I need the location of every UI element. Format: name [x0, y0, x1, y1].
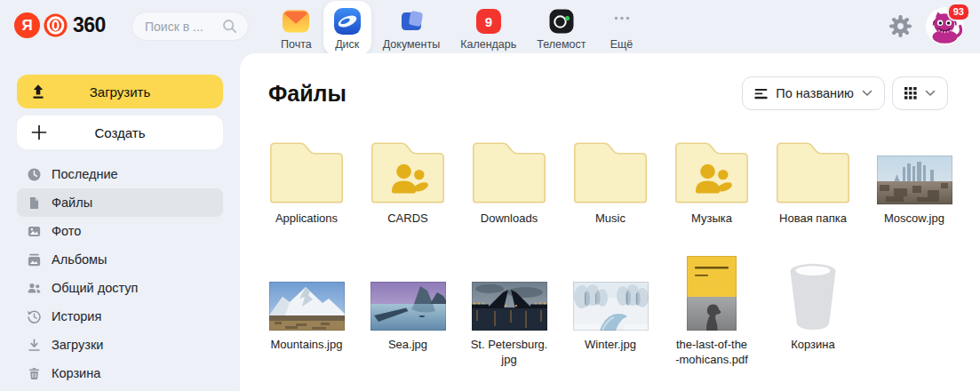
upload-icon — [30, 84, 46, 100]
nav-item-mail[interactable]: Почта — [272, 1, 321, 55]
upload-button-label: Загрузить — [90, 84, 151, 100]
history-icon — [27, 309, 42, 324]
nav-item-label: Ещё — [610, 38, 633, 51]
file-name: the-last-of-the -mohicans.pdf — [662, 338, 761, 368]
shared-folder-icon — [370, 140, 446, 204]
page-title: Файлы — [268, 81, 347, 107]
main-header: Файлы По названию — [240, 53, 980, 110]
sidebar-item-label: Файлы — [52, 196, 92, 210]
sort-icon — [754, 88, 768, 100]
sidebar-item-история[interactable]: История — [17, 302, 223, 331]
file-name: Sea.jpg — [358, 338, 458, 353]
sidebar-item-файлы[interactable]: Файлы — [17, 188, 223, 217]
nav-item-label: Документы — [383, 38, 440, 51]
sort-button[interactable]: По названию — [742, 76, 885, 110]
download-icon — [27, 338, 42, 353]
file-tile[interactable]: Mountains.jpg — [268, 256, 345, 368]
file-tile[interactable]: Sea.jpg — [370, 256, 446, 368]
mail-icon — [281, 6, 311, 36]
sort-label: По названию — [776, 86, 854, 100]
file-tile[interactable]: Музыка — [673, 140, 750, 227]
albums-icon — [27, 252, 42, 267]
sidebar-item-label: Последние — [52, 167, 118, 181]
nav-item-calendar[interactable]: 9Календарь — [451, 1, 525, 55]
trash-bin-icon — [785, 256, 841, 331]
folder-icon — [268, 140, 345, 204]
file-tile[interactable]: Moscow.jpg — [876, 140, 952, 227]
yandex-logo-icon: Я — [14, 12, 40, 38]
view-mode-button[interactable] — [892, 76, 948, 110]
sidebar-item-последние[interactable]: Последние — [17, 160, 223, 188]
nav-item-telemost[interactable]: Телемост — [528, 1, 594, 55]
image-thumbnail — [269, 256, 345, 331]
file-name: Moscow.jpg — [864, 211, 964, 227]
search-icon — [222, 19, 237, 34]
search-input[interactable] — [143, 19, 222, 35]
nav-item-label: Календарь — [460, 38, 516, 51]
yandex-360-logo[interactable]: Я 360 — [14, 12, 106, 38]
create-button[interactable]: Создать — [17, 116, 223, 149]
file-grid-row-2: Mountains.jpgSea.jpgSt. Petersburg. jpgW… — [240, 256, 980, 368]
image-thumbnail — [472, 256, 547, 331]
logo-text: 360 — [73, 13, 106, 37]
sidebar-item-label: Общий доступ — [52, 281, 138, 295]
file-grid-row-1: Applications CARDS Downloads Music Музык… — [240, 140, 980, 227]
file-name: Music — [561, 211, 660, 227]
sidebar-nav: ПоследниеФайлыФотоАльбомыОбщий доступИст… — [0, 160, 240, 387]
folder-icon — [572, 140, 649, 204]
telemost-icon — [546, 6, 577, 36]
settings-gear-icon[interactable] — [888, 14, 912, 38]
nav-item-disk[interactable]: Диск — [323, 1, 371, 55]
disk-icon — [332, 6, 363, 36]
app-switcher: ПочтаДискДокументы9КалендарьТелемостЕщё — [272, 3, 646, 52]
notification-badge: 93 — [947, 3, 970, 21]
file-tile[interactable]: Applications — [268, 140, 345, 227]
nav-item-label: Телемост — [537, 38, 586, 51]
sidebar-item-альбомы[interactable]: Альбомы — [17, 245, 223, 274]
trash-icon — [27, 366, 42, 381]
sidebar-item-общий-доступ[interactable]: Общий доступ — [17, 274, 223, 302]
upload-button[interactable]: Загрузить — [17, 75, 223, 108]
search-box[interactable] — [131, 12, 249, 41]
sidebar-item-label: Корзина — [52, 366, 100, 380]
user-avatar[interactable]: 93 — [926, 7, 964, 45]
svg-text:9: 9 — [485, 13, 492, 28]
people-icon — [27, 281, 42, 296]
chevron-down-icon — [925, 90, 936, 97]
file-tile[interactable]: Music — [572, 140, 649, 227]
calendar-icon: 9 — [474, 6, 504, 36]
sidebar-item-фото[interactable]: Фото — [17, 217, 223, 245]
more-dots-icon — [607, 6, 637, 36]
nav-item-docs[interactable]: Документы — [374, 1, 449, 55]
image-thumbnail — [370, 256, 446, 331]
photo-icon — [27, 224, 42, 239]
sidebar-item-загрузки[interactable]: Загрузки — [17, 331, 223, 359]
main-content: Файлы По названию Applic — [240, 53, 980, 391]
file-name: Applications — [257, 211, 356, 227]
sidebar-item-label: Фото — [52, 224, 81, 238]
sidebar-item-label: Загрузки — [52, 338, 103, 352]
create-button-label: Создать — [94, 125, 145, 140]
file-name: CARDS — [358, 211, 458, 227]
file-tile[interactable]: Корзина — [775, 256, 851, 368]
nav-item-more[interactable]: Ещё — [598, 1, 646, 55]
file-tile[interactable]: Новая папка — [775, 140, 851, 227]
sidebar-item-корзина[interactable]: Корзина — [17, 359, 223, 387]
nav-item-label: Почта — [281, 38, 312, 51]
plus-icon — [30, 124, 48, 141]
image-thumbnail — [877, 140, 952, 204]
sidebar-item-label: История — [52, 309, 101, 323]
shared-folder-icon — [673, 140, 750, 204]
image-thumbnail — [573, 256, 649, 331]
chevron-down-icon — [862, 90, 872, 97]
folder-icon — [471, 140, 547, 204]
file-name: Winter.jpg — [561, 338, 660, 353]
pdf-thumbnail — [687, 256, 737, 331]
grid-view-icon — [904, 87, 917, 100]
sidebar-item-label: Альбомы — [52, 252, 107, 267]
file-tile[interactable]: Downloads — [471, 140, 547, 227]
file-tile[interactable]: the-last-of-the -mohicans.pdf — [673, 256, 750, 368]
file-tile[interactable]: CARDS — [370, 140, 446, 227]
file-tile[interactable]: St. Petersburg. jpg — [471, 256, 547, 368]
file-tile[interactable]: Winter.jpg — [572, 256, 649, 368]
